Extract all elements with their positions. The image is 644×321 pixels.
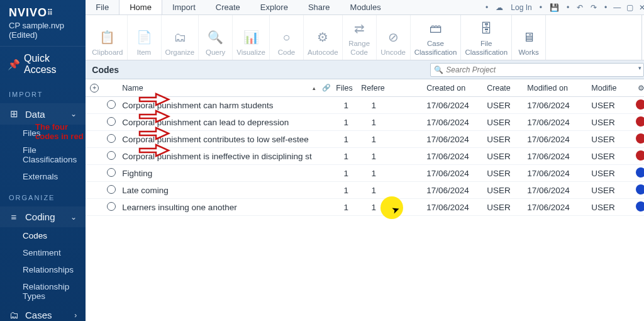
menu-tabs: FileHomeImportCreateExploreShareModules …	[86, 0, 644, 15]
person-icon[interactable]: •	[484, 3, 490, 12]
code-name: Corporal punishment can harm students	[119, 101, 333, 110]
color-dot	[636, 116, 644, 127]
ribbon-query[interactable]: 🔍Query	[199, 15, 233, 60]
fileclass-icon: 🗄	[480, 20, 492, 37]
col-name[interactable]: Name	[122, 84, 143, 93]
column-options-button[interactable]: ⚙	[631, 84, 644, 93]
ribbon-visualize[interactable]: 📊Visualize	[233, 15, 270, 60]
col-modified[interactable]: Modified on	[525, 84, 589, 93]
color-dot	[636, 201, 644, 211]
search-dropdown[interactable]: ▾	[638, 65, 641, 71]
tab-home[interactable]: Home	[119, 0, 162, 14]
col-created[interactable]: Created on	[424, 84, 484, 93]
nav-sub-file-classifications[interactable]: File Classifications	[0, 142, 86, 168]
maximize-button[interactable]: ▢	[625, 3, 634, 11]
undo-icon[interactable]: ↶	[575, 3, 585, 12]
section-import: IMPORT	[0, 82, 86, 103]
visualize-icon: 📊	[243, 28, 259, 46]
nav-sub-relationships[interactable]: Relationships	[0, 261, 86, 278]
refs-count: 1	[358, 186, 389, 195]
refs-count: 1	[358, 101, 389, 110]
tab-import[interactable]: Import	[162, 0, 206, 14]
code-node-icon	[107, 185, 116, 194]
quick-access-label: Quick Access	[24, 53, 77, 76]
code-row[interactable]: Late coming1117/06/2024USER17/06/2024USE…	[86, 182, 644, 199]
tab-modules[interactable]: Modules	[340, 0, 391, 14]
nav-coding[interactable]: ≡Coding ⌄	[0, 206, 86, 227]
ribbon-range[interactable]: ⇄Range Code	[343, 15, 377, 60]
ribbon-scroll-right[interactable]: ›	[641, 15, 644, 60]
col-createby[interactable]: Create	[484, 84, 525, 93]
ribbon-clipboard[interactable]: 📋Clipboard	[88, 15, 127, 60]
nav-sub-files[interactable]: Files	[0, 125, 86, 142]
cloud-icon[interactable]: ☁	[494, 3, 505, 12]
code-row[interactable]: Learners insulting one another1117/06/20…	[86, 199, 644, 216]
tab-share[interactable]: Share	[298, 0, 340, 14]
titlebar-actions: • ☁ Log In • 💾 • ↶ ↷ • — ▢ ✕	[480, 0, 644, 14]
ribbon-code[interactable]: ○Code	[270, 15, 304, 60]
sidebar: NVIVO⠿ CP sample.nvp (Edited) 📌 Quick Ac…	[0, 0, 86, 321]
ribbon-workspace[interactable]: 🖥Works	[512, 15, 546, 60]
color-dot	[636, 167, 644, 177]
tab-explore[interactable]: Explore	[250, 0, 298, 14]
code-row[interactable]: Corporal punishment contributes to low s…	[86, 131, 644, 148]
nav-sub-externals[interactable]: Externals	[0, 168, 86, 185]
nav-sub-sentiment[interactable]: Sentiment	[0, 244, 86, 261]
code-row[interactable]: Fighting1117/06/2024USER17/06/2024USER	[86, 165, 644, 182]
ribbon-uncode[interactable]: ⊘Uncode	[377, 15, 411, 60]
expand-all-button[interactable]: +	[90, 84, 99, 93]
redo-icon[interactable]: ↷	[589, 3, 599, 12]
code-name: Fighting	[119, 169, 333, 178]
modified-on: 17/06/2024	[525, 203, 589, 212]
range-icon: ⇄	[354, 20, 365, 37]
files-count: 1	[333, 135, 358, 144]
brand-dots-icon: ⠿	[47, 8, 52, 17]
modified-by: USER	[589, 135, 631, 144]
ribbon-label: Code	[278, 46, 296, 57]
ribbon-label: Item	[137, 46, 151, 57]
files-count: 1	[333, 169, 358, 178]
nav-sub-codes[interactable]: Codes	[0, 227, 86, 244]
col-files[interactable]: Files	[333, 84, 358, 93]
nav-sub-relationship-types[interactable]: Relationship Types	[0, 278, 86, 305]
ribbon-autocode[interactable]: ⚙Autocode	[304, 15, 343, 60]
ribbon-item[interactable]: 📄Item	[128, 15, 162, 60]
save-icon[interactable]: 💾	[548, 3, 561, 12]
tab-file[interactable]: File	[86, 0, 119, 14]
search-input[interactable]	[430, 63, 644, 77]
created-on: 17/06/2024	[424, 101, 484, 110]
close-button[interactable]: ✕	[638, 3, 644, 11]
nav-data[interactable]: ⊞Data ⌄	[0, 103, 86, 125]
code-name: Corporal punishment is ineffective in di…	[119, 152, 333, 161]
ribbon-organize[interactable]: 🗂Organize	[162, 15, 199, 60]
nav-coding-label: Coding	[25, 211, 55, 222]
tab-create[interactable]: Create	[206, 0, 250, 14]
code-row[interactable]: Corporal punishment can lead to depressi…	[86, 114, 644, 131]
code-node-icon	[107, 100, 116, 109]
ribbon-caseclass[interactable]: 🗃Case Classification	[411, 15, 462, 60]
sep: •	[602, 3, 609, 12]
search-wrap: 🔍 ▾	[430, 63, 644, 77]
refs-count: 1	[358, 135, 389, 144]
code-row[interactable]: Corporal punishment is ineffective in di…	[86, 148, 644, 165]
col-modifyby[interactable]: Modifie	[589, 84, 631, 93]
created-by: USER	[484, 101, 525, 110]
ribbon-fileclass[interactable]: 🗄File Classification	[461, 15, 512, 60]
nav-cases[interactable]: 🗂Cases ›	[0, 305, 86, 321]
query-icon: 🔍	[208, 28, 223, 46]
panel-title: Codes	[92, 65, 119, 75]
files-count: 1	[333, 186, 358, 195]
created-on: 17/06/2024	[424, 135, 484, 144]
quick-access[interactable]: 📌 Quick Access	[0, 46, 86, 82]
uncode-icon: ⊘	[388, 28, 399, 46]
code-row[interactable]: Corporal punishment can harm students111…	[86, 97, 644, 114]
modified-by: USER	[589, 101, 631, 110]
code-name: Late coming	[119, 186, 333, 195]
modified-by: USER	[589, 186, 631, 195]
ribbon-label: File Classification	[465, 37, 508, 57]
modified-by: USER	[589, 203, 631, 212]
brand-text: NVIVO	[9, 6, 47, 19]
minimize-button[interactable]: —	[613, 3, 621, 11]
login-link[interactable]: Log In	[509, 3, 533, 12]
col-refs[interactable]: Refere	[358, 84, 389, 93]
